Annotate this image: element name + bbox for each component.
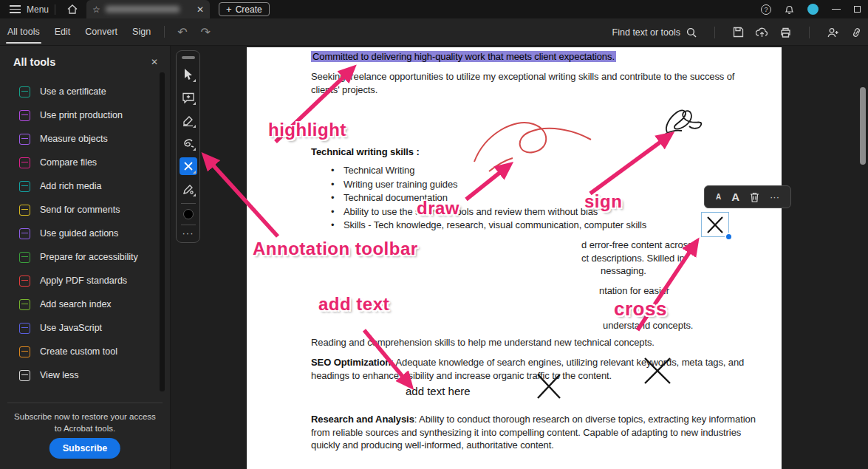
hamburger-menu-icon[interactable]: [10, 5, 21, 13]
paragraph: Reading and comprehension skills to help…: [311, 336, 655, 349]
acrobat-window: Menu ☆ ✕ + Create ? All tools Edit Conve…: [0, 0, 868, 469]
callout-sign: sign: [584, 191, 622, 212]
highlight-tool-icon[interactable]: [180, 112, 197, 129]
seo-heading: SEO Optimization: [311, 357, 391, 368]
research-heading: Research and Analysis: [311, 414, 414, 425]
sidebar-scrollbar[interactable]: [160, 72, 165, 391]
tool-label: Add search index: [40, 299, 112, 309]
tab-edit[interactable]: Edit: [47, 18, 78, 46]
plus-icon: +: [226, 4, 232, 14]
star-icon[interactable]: ☆: [92, 4, 100, 15]
tool-icon: [19, 181, 30, 192]
sidebar-tool-item[interactable]: Add rich media: [0, 174, 170, 198]
title-bar: Menu ☆ ✕ + Create ?: [0, 0, 868, 18]
sidebar-tool-item[interactable]: Apply PDF standards: [0, 269, 170, 292]
signature-annotation[interactable]: [663, 106, 705, 138]
sidebar-tool-item[interactable]: Use JavaScript: [0, 316, 170, 340]
callout-draw: draw: [417, 198, 459, 219]
cross-out-tool-icon[interactable]: [180, 157, 197, 175]
tab-close-icon[interactable]: ✕: [197, 4, 204, 15]
divider: [181, 203, 196, 204]
decrease-text-size-button[interactable]: A: [716, 193, 721, 201]
minimize-button[interactable]: [832, 9, 841, 10]
cross-annotation[interactable]: [642, 356, 673, 386]
sidebar-tool-item[interactable]: Compare files: [0, 151, 170, 174]
print-icon[interactable]: [780, 27, 791, 38]
notifications-bell-icon[interactable]: [785, 4, 794, 15]
undo-icon[interactable]: ↶: [171, 25, 194, 39]
tool-label: Use JavaScript: [40, 323, 102, 333]
sidebar-tool-item[interactable]: Measure objects: [0, 127, 170, 151]
document-tab[interactable]: ☆ ✕: [86, 0, 210, 18]
toolbar-drag-handle[interactable]: [182, 56, 195, 59]
tool-label: Use guided actions: [40, 228, 118, 239]
divider: [809, 27, 810, 38]
seo-paragraph: SEO Optimization: Adequate knowledge of …: [311, 356, 754, 382]
sidebar-tool-item[interactable]: Use a certificate: [0, 80, 170, 103]
callout-highlight: highlight: [268, 120, 346, 140]
cloud-upload-icon[interactable]: [756, 27, 768, 38]
sidebar-tool-item[interactable]: Prepare for accessibility: [0, 245, 170, 269]
tab-all-tools[interactable]: All tools: [0, 18, 47, 46]
create-label: Create: [236, 4, 262, 15]
annotation-more-options-icon[interactable]: ···: [770, 191, 779, 202]
delete-annotation-button[interactable]: [750, 192, 759, 202]
create-button[interactable]: + Create: [219, 2, 270, 16]
home-icon: [67, 4, 78, 14]
sidebar-tool-item[interactable]: Create custom tool: [0, 340, 170, 363]
divider: [164, 26, 165, 38]
sidebar-tool-item[interactable]: Send for comments: [0, 198, 170, 222]
titlebar-right: ?: [761, 0, 861, 18]
paragraph: Seeking freelance opportunities to utili…: [311, 70, 760, 96]
tool-list: Use a certificate Use print production M…: [0, 80, 170, 387]
find-text-or-tools[interactable]: Find text or tools: [612, 27, 697, 38]
tab-sign[interactable]: Sign: [125, 18, 158, 46]
maximize-button[interactable]: [854, 6, 861, 13]
tool-icon: [19, 323, 30, 334]
save-icon[interactable]: [733, 27, 744, 38]
callout-annotation-toolbar: Annotation toolbar: [253, 239, 418, 259]
tool-label: Add rich media: [40, 181, 101, 191]
menu-label[interactable]: Menu: [27, 4, 49, 15]
subscribe-button[interactable]: Subscribe: [49, 438, 120, 459]
sidebar-tool-item[interactable]: Use guided actions: [0, 222, 170, 245]
toolbar-more-options-icon[interactable]: ···: [182, 230, 194, 236]
sidebar-tool-item[interactable]: View less: [0, 363, 170, 387]
tool-label: Use print production: [40, 110, 123, 120]
tool-label: Apply PDF standards: [40, 275, 127, 286]
highlighted-sentence[interactable]: Committed to delivering high-quality wor…: [311, 50, 616, 64]
menubar-right: Find text or tools: [612, 18, 862, 46]
sidebar-tool-item[interactable]: Add search index: [0, 292, 170, 316]
selected-cross-annotation[interactable]: [701, 212, 729, 237]
link-icon[interactable]: [851, 27, 862, 38]
add-comment-tool-icon[interactable]: [180, 89, 197, 106]
tool-icon: [19, 370, 30, 381]
tool-icon: [19, 275, 30, 287]
redo-icon[interactable]: ↷: [194, 25, 217, 39]
user-avatar[interactable]: [807, 4, 819, 15]
tool-icon: [19, 205, 30, 216]
help-icon[interactable]: ?: [761, 4, 771, 15]
tool-icon: [19, 110, 30, 121]
highlight-annotation[interactable]: Committed to delivering high-quality wor…: [311, 51, 616, 62]
bullet-item: Skills - Tech knowledge, research, visua…: [344, 219, 646, 233]
fill-and-sign-tool-icon[interactable]: [180, 180, 197, 198]
tool-label: Measure objects: [40, 134, 108, 144]
freehand-draw-annotation[interactable]: [468, 106, 598, 173]
section-heading: Technical writing skills :: [311, 146, 420, 159]
increase-text-size-button[interactable]: A: [731, 191, 739, 203]
add-user-icon[interactable]: [827, 27, 839, 38]
document-scrollbar[interactable]: [860, 87, 866, 165]
sidebar-tool-item[interactable]: Use print production: [0, 103, 170, 127]
draw-tool-icon[interactable]: [180, 134, 197, 152]
panel-close-icon[interactable]: ✕: [151, 57, 158, 67]
cross-annotation[interactable]: [535, 372, 563, 400]
tab-convert[interactable]: Convert: [78, 18, 125, 46]
annotation-toolbar: ···: [176, 50, 200, 243]
color-swatch-black[interactable]: [183, 209, 194, 219]
annotation-resize-handle[interactable]: [725, 233, 733, 241]
find-label: Find text or tools: [612, 27, 680, 38]
home-button[interactable]: [61, 0, 83, 18]
select-tool-icon[interactable]: [180, 66, 197, 83]
added-text-annotation[interactable]: add text here: [406, 385, 471, 397]
